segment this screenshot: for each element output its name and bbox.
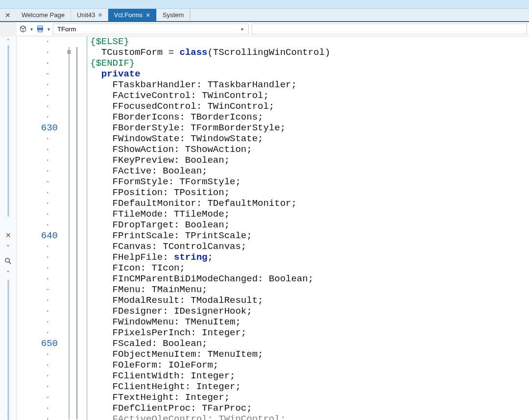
code-line: TCustomForm = class(TScrollingWinControl… xyxy=(90,47,330,58)
editor-tab-bar: ✕ Welcome Page Unit43 Vcl.Forms ✕ System xyxy=(0,9,529,22)
code-line: FScaled: Boolean; xyxy=(90,338,207,349)
code-line: FWindowMenu: TMenuItem; xyxy=(90,317,241,327)
gutter-mark: · xyxy=(17,403,65,414)
minimap-bar[interactable] xyxy=(7,45,9,217)
code-line: FActiveControl: TWinControl; xyxy=(90,90,269,101)
gutter-mark: · xyxy=(17,166,65,176)
code-line: FTileMode: TTileMode; xyxy=(90,209,230,220)
code-line: FClientWidth: Integer; xyxy=(90,371,235,381)
expand-down-button[interactable]: ˅ xyxy=(1,242,15,254)
gutter-mark: · xyxy=(17,381,65,392)
code-line: FObjectMenuItem: TMenuItem; xyxy=(90,349,263,360)
left-tool-column: ˄ ˅ ✕ ˅ ˄ xyxy=(0,36,17,420)
tab-label: Vcl.Forms xyxy=(114,11,143,19)
tab-system[interactable]: System xyxy=(157,9,190,21)
code-line: FPrintScale: TPrintScale; xyxy=(90,230,252,241)
close-panel-button[interactable]: ✕ xyxy=(1,229,15,242)
tab-close-icon[interactable]: ✕ xyxy=(145,12,150,19)
code-line: FDefClientProc: TFarProc; xyxy=(90,403,252,414)
code-line: FDesigner: IDesignerHook; xyxy=(90,306,252,317)
line-number: 640 xyxy=(17,230,65,241)
gutter-mark: · xyxy=(17,209,65,220)
gutter-mark: - xyxy=(17,392,65,403)
search-button[interactable] xyxy=(1,254,15,267)
tab-welcome[interactable]: Welcome Page xyxy=(16,9,71,21)
code-line: FHelpFile: string; xyxy=(90,252,213,263)
code-line: FFocusedControl: TWinControl; xyxy=(90,101,274,112)
gutter-mark: · xyxy=(17,90,65,101)
gutter-mark: · xyxy=(17,112,65,123)
type-combo[interactable]: TForm ▾ xyxy=(53,24,249,34)
fold-guide-line xyxy=(69,47,70,420)
gutter-mark: · xyxy=(17,327,65,338)
gutter-mark: · xyxy=(17,349,65,360)
title-strip xyxy=(0,0,529,9)
code-line: FMenu: TMainMenu; xyxy=(90,284,207,295)
tab-label: Welcome Page xyxy=(22,11,65,19)
tab-vcl-forms[interactable]: Vcl.Forms ✕ xyxy=(108,9,157,21)
svg-rect-0 xyxy=(38,26,43,28)
chevron-down-icon[interactable]: ▾ xyxy=(30,26,33,32)
code-line: FWindowState: TWindowState; xyxy=(90,133,263,144)
code-line: FModalResult: TModalResult; xyxy=(90,295,263,306)
gutter-mark: · xyxy=(17,371,65,381)
code-line: FTaskbarHandler: TTaskbarHandler; xyxy=(90,79,297,90)
gutter-mark: - xyxy=(17,176,65,187)
gutter-mark: · xyxy=(17,295,65,306)
scroll-up-button[interactable]: ˄ xyxy=(0,36,16,45)
code-line: {$ENDIF} xyxy=(90,58,135,69)
code-line: FBorderIcons: TBorderIcons; xyxy=(90,112,263,123)
type-combo-value: TForm xyxy=(57,25,76,33)
gutter-mark: · xyxy=(17,101,65,112)
chevron-down-icon: ▾ xyxy=(238,26,246,32)
code-line: FActiveOleControl: TWinControl; xyxy=(90,414,286,420)
class-navigator-row: ▾ ▾ TForm ▾ xyxy=(17,22,529,36)
code-line: FClientHeight: Integer; xyxy=(90,381,241,392)
gutter-mark: · xyxy=(17,317,65,327)
gutter-mark: · xyxy=(17,79,65,90)
member-combo[interactable] xyxy=(252,24,527,34)
svg-point-3 xyxy=(5,258,9,262)
gutter-mark: · xyxy=(17,263,65,273)
chevron-down-icon[interactable]: ▾ xyxy=(48,26,50,32)
gutter-mark: · xyxy=(17,273,65,284)
package-icon[interactable] xyxy=(19,25,27,33)
svg-line-4 xyxy=(9,262,11,264)
close-all-tabs-button[interactable]: ✕ xyxy=(0,9,16,21)
gutter-mark: · xyxy=(17,155,65,166)
gutter-mark: · xyxy=(17,220,65,230)
gutter-mark: - xyxy=(17,69,65,79)
modified-dot-icon xyxy=(98,13,102,17)
code-line: FActive: Boolean; xyxy=(90,166,207,176)
code-line: {$ELSE} xyxy=(90,36,129,47)
fold-toggle[interactable]: ⊟ xyxy=(66,47,72,58)
gutter-mark: · xyxy=(17,360,65,371)
gutter-mark: · xyxy=(17,252,65,263)
code-line: private xyxy=(90,69,141,79)
gutter-mark: · xyxy=(17,414,65,420)
line-number: 650 xyxy=(17,338,65,349)
code-line: FCanvas: TControlCanvas; xyxy=(90,241,246,252)
minimap-bar-2[interactable] xyxy=(7,274,9,420)
code-line: FInCMParentBiDiModeChanged: Boolean; xyxy=(90,273,313,284)
code-line: FFormStyle: TFormStyle; xyxy=(90,176,241,187)
tab-unit43[interactable]: Unit43 xyxy=(71,9,108,21)
code-line: FTextHeight: Integer; xyxy=(90,392,230,403)
gutter-mark: · xyxy=(17,306,65,317)
tab-separator xyxy=(190,9,191,21)
print-icon[interactable] xyxy=(36,25,45,33)
tab-label: System xyxy=(163,11,184,19)
editor-main: ˄ ˅ ✕ ˅ ˄ · {$ELSE} · ⊟ TCustomForm = cl… xyxy=(0,36,529,420)
structure-gutter xyxy=(73,36,87,420)
gutter-mark: · xyxy=(17,187,65,198)
code-line: FKeyPreview: Boolean; xyxy=(90,155,230,166)
code-editor[interactable]: · {$ELSE} · ⊟ TCustomForm = class(TScrol… xyxy=(17,36,529,420)
gutter-mark: - xyxy=(17,284,65,295)
code-line: FBorderStyle: TFormBorderStyle; xyxy=(90,123,286,133)
structure-guide-line xyxy=(76,47,77,420)
gutter-mark: · xyxy=(17,133,65,144)
gutter-mark: · xyxy=(17,198,65,209)
gutter-mark: · xyxy=(17,36,65,47)
expand-up-button[interactable]: ˄ xyxy=(1,267,15,280)
code-line: FDropTarget: Boolean; xyxy=(90,220,230,230)
